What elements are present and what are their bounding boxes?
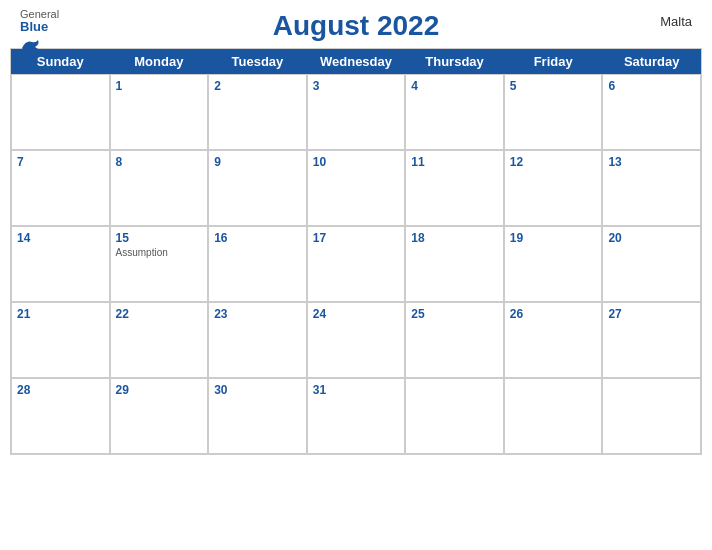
country-label: Malta — [660, 14, 692, 29]
table-row: 5 — [504, 74, 603, 150]
date-number: 29 — [116, 383, 203, 397]
date-number: 2 — [214, 79, 301, 93]
calendar-grid: 123456789101112131415Assumption161718192… — [11, 74, 701, 454]
date-number: 12 — [510, 155, 597, 169]
table-row — [602, 378, 701, 454]
table-row: 1 — [110, 74, 209, 150]
date-number: 3 — [313, 79, 400, 93]
table-row: 29 — [110, 378, 209, 454]
table-row — [504, 378, 603, 454]
date-number: 1 — [116, 79, 203, 93]
date-number: 27 — [608, 307, 695, 321]
date-number: 4 — [411, 79, 498, 93]
date-number: 7 — [17, 155, 104, 169]
day-header-thursday: Thursday — [405, 49, 504, 74]
logo-bird-icon — [20, 38, 42, 58]
date-number: 5 — [510, 79, 597, 93]
table-row: 2 — [208, 74, 307, 150]
table-row: 25 — [405, 302, 504, 378]
table-row: 17 — [307, 226, 406, 302]
date-number: 18 — [411, 231, 498, 245]
table-row: 22 — [110, 302, 209, 378]
table-row: 7 — [11, 150, 110, 226]
date-number: 19 — [510, 231, 597, 245]
table-row: 16 — [208, 226, 307, 302]
table-row — [405, 378, 504, 454]
table-row: 30 — [208, 378, 307, 454]
date-number: 6 — [608, 79, 695, 93]
table-row: 28 — [11, 378, 110, 454]
table-row: 19 — [504, 226, 603, 302]
day-header-tuesday: Tuesday — [208, 49, 307, 74]
logo: General Blue — [20, 8, 59, 58]
date-number: 24 — [313, 307, 400, 321]
date-number: 14 — [17, 231, 104, 245]
table-row: 10 — [307, 150, 406, 226]
table-row: 13 — [602, 150, 701, 226]
date-number: 21 — [17, 307, 104, 321]
table-row: 21 — [11, 302, 110, 378]
calendar: Sunday Monday Tuesday Wednesday Thursday… — [10, 48, 702, 455]
holiday-label: Assumption — [116, 247, 203, 258]
day-headers-row: Sunday Monday Tuesday Wednesday Thursday… — [11, 49, 701, 74]
calendar-header: General Blue August 2022 Malta — [0, 0, 712, 48]
date-number: 9 — [214, 155, 301, 169]
date-number: 31 — [313, 383, 400, 397]
table-row: 26 — [504, 302, 603, 378]
table-row: 20 — [602, 226, 701, 302]
logo-blue: Blue — [20, 20, 59, 34]
date-number: 15 — [116, 231, 203, 245]
day-header-monday: Monday — [110, 49, 209, 74]
table-row: 6 — [602, 74, 701, 150]
date-number: 23 — [214, 307, 301, 321]
calendar-title: August 2022 — [273, 10, 440, 42]
date-number: 17 — [313, 231, 400, 245]
table-row: 15Assumption — [110, 226, 209, 302]
date-number: 20 — [608, 231, 695, 245]
date-number: 28 — [17, 383, 104, 397]
table-row: 4 — [405, 74, 504, 150]
table-row: 27 — [602, 302, 701, 378]
date-number: 22 — [116, 307, 203, 321]
date-number: 16 — [214, 231, 301, 245]
date-number: 8 — [116, 155, 203, 169]
table-row: 14 — [11, 226, 110, 302]
day-header-saturday: Saturday — [602, 49, 701, 74]
table-row: 12 — [504, 150, 603, 226]
date-number: 11 — [411, 155, 498, 169]
table-row — [11, 74, 110, 150]
table-row: 24 — [307, 302, 406, 378]
table-row: 31 — [307, 378, 406, 454]
date-number: 25 — [411, 307, 498, 321]
day-header-wednesday: Wednesday — [307, 49, 406, 74]
table-row: 11 — [405, 150, 504, 226]
date-number: 26 — [510, 307, 597, 321]
table-row: 9 — [208, 150, 307, 226]
date-number: 13 — [608, 155, 695, 169]
date-number: 30 — [214, 383, 301, 397]
table-row: 3 — [307, 74, 406, 150]
day-header-friday: Friday — [504, 49, 603, 74]
table-row: 23 — [208, 302, 307, 378]
date-number: 10 — [313, 155, 400, 169]
table-row: 8 — [110, 150, 209, 226]
table-row: 18 — [405, 226, 504, 302]
